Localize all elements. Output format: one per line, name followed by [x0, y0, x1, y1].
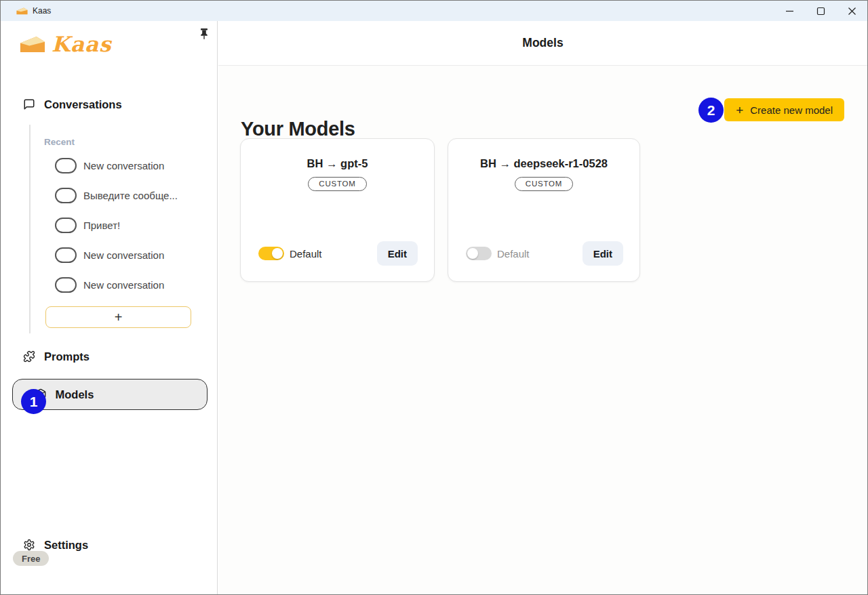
sidebar-item-conversations[interactable]: Conversations — [1, 94, 217, 115]
minimize-button[interactable] — [774, 1, 805, 21]
create-button-label: Create new model — [750, 104, 833, 116]
sidebar-item-label: Conversations — [44, 98, 122, 111]
edit-model-button[interactable]: Edit — [377, 241, 418, 266]
default-toggle-label: Default — [497, 248, 530, 260]
conversation-avatar-icon — [55, 218, 77, 233]
default-toggle[interactable] — [258, 247, 284, 260]
conversation-avatar-icon — [55, 158, 77, 173]
plan-badge: Free — [13, 551, 49, 566]
page-title: Your Models — [241, 118, 355, 140]
close-icon — [848, 7, 856, 16]
model-card-title: BH → gpt-5 — [241, 157, 434, 170]
plus-icon: + — [115, 310, 123, 325]
recent-section-label: Recent — [44, 137, 75, 147]
conversation-item[interactable]: New conversation — [45, 243, 206, 267]
conversation-label: New conversation — [83, 279, 164, 291]
conversation-label: Выведите сообще... — [83, 190, 178, 201]
conversation-avatar-icon — [55, 247, 77, 263]
main-area: Models Your Models + Create new model BH… — [218, 21, 867, 594]
logo-text: Kaas — [52, 34, 112, 55]
sidebar: Kaas Conversations Recent New conversati… — [1, 21, 218, 594]
default-toggle-label: Default — [290, 248, 322, 260]
conversation-label: New conversation — [83, 249, 164, 261]
gear-icon — [23, 539, 35, 551]
default-toggle[interactable] — [466, 247, 492, 260]
model-card: BH → deepseek-r1-0528 CUSTOM Default Edi… — [448, 138, 640, 282]
pin-icon — [199, 28, 209, 39]
cheese-logo-icon — [20, 35, 45, 54]
conversation-label: New conversation — [83, 160, 164, 171]
indent-guide — [29, 125, 31, 333]
window-controls — [774, 1, 867, 21]
conversation-item[interactable]: Выведите сообще... — [45, 183, 206, 207]
create-new-model-button[interactable]: + Create new model — [724, 98, 844, 121]
toggle-knob — [272, 248, 283, 259]
default-toggle-row: Default — [258, 247, 322, 260]
main-header-title: Models — [522, 36, 563, 50]
main-header: Models — [218, 21, 867, 66]
plus-icon: + — [736, 104, 743, 117]
cheese-app-icon — [16, 7, 28, 16]
toggle-knob — [467, 248, 478, 259]
titlebar: Kaas — [1, 1, 867, 21]
sidebar-item-label: Prompts — [44, 350, 90, 363]
model-card-footer: Default Edit — [466, 241, 623, 266]
conversation-avatar-icon — [55, 188, 77, 203]
conversation-avatar-icon — [55, 277, 77, 293]
annotation-badge-1: 1 — [21, 389, 46, 414]
plan-badge-label: Free — [22, 554, 40, 564]
maximize-icon — [816, 7, 825, 16]
sidebar-item-label: Settings — [44, 539, 88, 552]
conversation-item[interactable]: Привет! — [45, 213, 206, 237]
puzzle-icon — [23, 350, 35, 363]
add-conversation-button[interactable]: + — [45, 306, 191, 328]
edit-model-button[interactable]: Edit — [583, 241, 623, 266]
model-card-title: BH → deepseek-r1-0528 — [448, 157, 639, 170]
sidebar-item-prompts[interactable]: Prompts — [1, 346, 217, 367]
pin-sidebar-button[interactable] — [197, 26, 212, 41]
maximize-button[interactable] — [805, 1, 836, 21]
window-title: Kaas — [33, 6, 51, 16]
default-toggle-row: Default — [466, 247, 530, 260]
minimize-icon — [785, 7, 794, 16]
model-card: BH → gpt-5 CUSTOM Default Edit — [240, 138, 435, 282]
app-window: Kaas Kaas — [0, 0, 868, 595]
conversation-item[interactable]: New conversation — [45, 153, 206, 178]
model-card-footer: Default Edit — [258, 241, 418, 266]
custom-badge: CUSTOM — [308, 177, 366, 191]
annotation-badge-2: 2 — [698, 98, 724, 123]
conversation-item[interactable]: New conversation — [45, 272, 206, 297]
sidebar-item-label: Models — [56, 388, 94, 401]
conversation-label: Привет! — [83, 220, 120, 231]
close-button[interactable] — [836, 1, 867, 21]
custom-badge: CUSTOM — [515, 177, 573, 191]
logo: Kaas — [20, 30, 198, 58]
chat-bubble-icon — [23, 98, 35, 110]
